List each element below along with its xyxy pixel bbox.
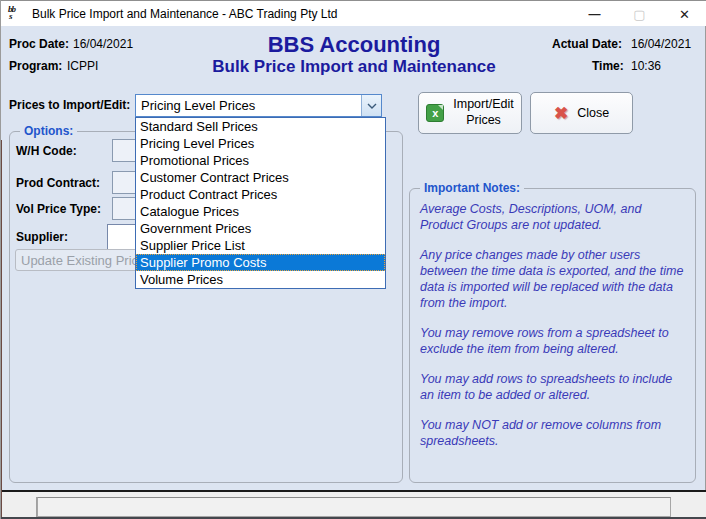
prices-to-import-label: Prices to Import/Edit:: [9, 98, 130, 112]
important-notes-panel: Important Notes: Average Costs, Descript…: [409, 188, 696, 483]
status-bar-panel: [37, 497, 671, 517]
titlebar: bbs Bulk Price Import and Maintenance - …: [1, 0, 706, 26]
maximize-button: ▢: [617, 1, 662, 27]
dropdown-option[interactable]: Government Prices: [136, 220, 385, 237]
combobox-value: Pricing Level Prices: [136, 98, 361, 113]
time-label: Time:: [592, 59, 624, 73]
window-title: Bulk Price Import and Maintenance - ABC …: [32, 7, 337, 21]
excel-spreadsheet-icon: x: [426, 104, 444, 122]
note-paragraph: You may remove rows from a spreadsheet t…: [420, 325, 684, 357]
dropdown-option[interactable]: Volume Prices: [136, 271, 385, 288]
dropdown-option[interactable]: Standard Sell Prices: [136, 118, 385, 135]
combobox-dropdown-button[interactable]: [361, 95, 381, 116]
options-panel-title: Options:: [20, 124, 77, 138]
prices-dropdown-list: Standard Sell Prices Pricing Level Price…: [135, 117, 386, 289]
import-button-label-line1: Import/Edit: [453, 97, 513, 111]
vol-price-type-label: Vol Price Type:: [16, 202, 101, 216]
prod-contract-label: Prod Contract:: [16, 176, 100, 190]
important-notes-title: Important Notes:: [420, 181, 524, 195]
supplier-label: Supplier:: [16, 230, 68, 244]
chevron-down-icon: [367, 103, 377, 109]
status-bar-left-cell: [1, 497, 37, 517]
status-bar: [1, 490, 706, 517]
dropdown-option[interactable]: Pricing Level Prices: [136, 135, 385, 152]
close-button[interactable]: ✖ Close: [530, 92, 633, 134]
prices-to-import-combobox[interactable]: Pricing Level Prices: [135, 94, 382, 117]
note-paragraph: You may NOT add or remove columns from s…: [420, 417, 684, 449]
time-value: 10:36: [631, 59, 661, 73]
import-edit-prices-button[interactable]: x Import/EditPrices: [418, 92, 522, 134]
minimize-button[interactable]: —: [572, 1, 617, 27]
dropdown-option[interactable]: Promotional Prices: [136, 152, 385, 169]
import-button-label-line2: Prices: [466, 113, 501, 127]
note-paragraph: You may add rows to spreadsheets to incl…: [420, 371, 684, 403]
dropdown-option-selected[interactable]: Supplier Promo Costs: [136, 254, 385, 271]
app-window: bbs Bulk Price Import and Maintenance - …: [0, 0, 706, 519]
note-paragraph: Any price changes made by other users be…: [420, 247, 684, 311]
actual-date-label: Actual Date:: [552, 37, 622, 51]
dropdown-option[interactable]: Customer Contract Prices: [136, 169, 385, 186]
dropdown-option[interactable]: Supplier Price List: [136, 237, 385, 254]
wh-code-label: W/H Code:: [16, 144, 77, 158]
dropdown-option[interactable]: Catalogue Prices: [136, 203, 385, 220]
close-button-label: Close: [577, 106, 609, 120]
app-logo-icon: bbs: [8, 6, 25, 22]
desktop-edge-artifact: [1, 140, 2, 517]
actual-date-value: 16/04/2021: [631, 37, 691, 51]
note-paragraph: Average Costs, Descriptions, UOM, and Pr…: [420, 201, 684, 233]
close-window-button[interactable]: ✕: [662, 1, 706, 27]
dropdown-option[interactable]: Product Contract Prices: [136, 186, 385, 203]
red-x-icon: ✖: [554, 103, 568, 124]
